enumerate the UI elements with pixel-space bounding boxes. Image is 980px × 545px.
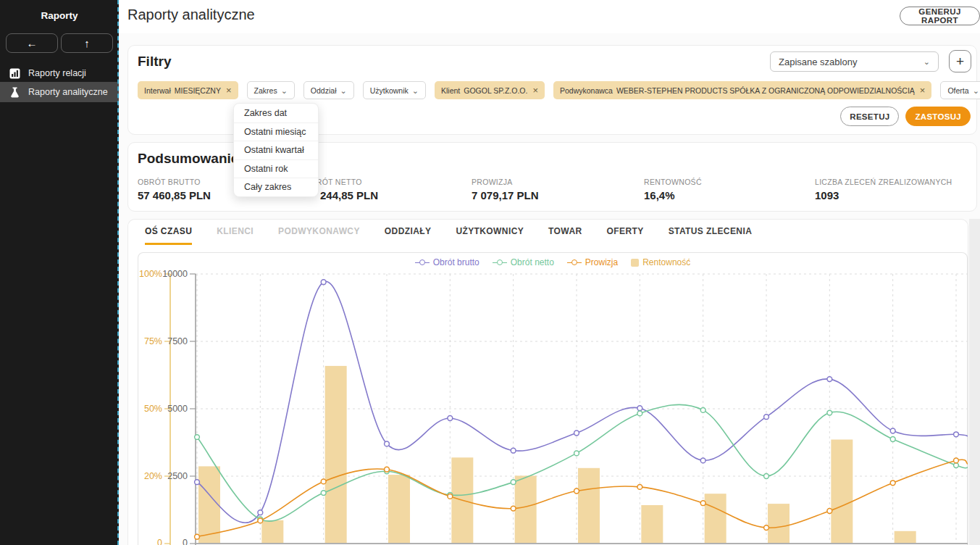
- bar-chart-icon: [9, 68, 20, 79]
- chip-oddzial[interactable]: Oddział ⌄: [303, 81, 354, 99]
- stat-label: RENTOWNOŚĆ: [644, 178, 702, 186]
- line-marker-icon: [567, 259, 582, 266]
- stat-value: 16,4%: [644, 189, 702, 201]
- stat-obrot-brutto: OBRÓT BRUTTO 57 460,85 PLN: [138, 178, 211, 201]
- reset-button[interactable]: RESETUJ: [840, 107, 899, 126]
- sidebar-item-label: Raporty relacji: [28, 68, 86, 78]
- saved-templates-select[interactable]: Zapisane szablony ⌄: [770, 51, 939, 72]
- stat-value: 57 460,85 PLN: [138, 189, 211, 201]
- chevron-down-icon: ⌄: [281, 88, 288, 93]
- close-icon[interactable]: ×: [532, 85, 538, 96]
- menu-item-ostatni-miesiac[interactable]: Ostatni miesiąc: [234, 122, 318, 141]
- chip-value: WEBER-STEPHEN PRODUCTS SPÓŁKA Z OGRANICZ…: [616, 86, 915, 95]
- tab-podwykonawcy[interactable]: PODWYKONAWCY: [278, 226, 360, 245]
- summary-heading: Podsumowanie: [138, 151, 238, 167]
- tab-status-zlecenia[interactable]: STATUS ZLECENIA: [669, 226, 753, 245]
- menu-item-caly-zakres[interactable]: Cały zakres: [234, 178, 318, 196]
- chevron-down-icon: ⌄: [973, 88, 979, 93]
- chip-label: Podwykonawca: [560, 86, 613, 95]
- legend-prowizja[interactable]: Prowizja: [567, 257, 618, 267]
- chip-value: GOGOL SP.Z.O.O.: [464, 86, 527, 95]
- up-button[interactable]: ↑: [61, 33, 113, 53]
- chip-label: Oddział: [311, 86, 337, 95]
- chip-zakres[interactable]: Zakres ⌄: [247, 81, 295, 99]
- apply-button[interactable]: ZASTOSUJ: [905, 107, 971, 126]
- svg-text:20%: 20%: [144, 471, 162, 481]
- stat-value: 1093: [815, 189, 952, 201]
- stat-value: 244,85 PLN: [320, 189, 378, 201]
- sidebar-item-raporty-analityczne[interactable]: Raporty analityczne: [0, 82, 119, 102]
- zakres-dropdown-menu: Zakres dat Ostatni miesiąc Ostatni kwart…: [233, 103, 319, 197]
- arrow-left-icon: ←: [27, 37, 38, 49]
- menu-item-ostatni-kwartal[interactable]: Ostatni kwartał: [234, 141, 318, 159]
- svg-text:0: 0: [157, 538, 162, 545]
- sidebar-title: Raporty: [0, 10, 119, 21]
- chip-label: Oferta: [947, 86, 968, 95]
- tab-os-czasu[interactable]: OŚ CZASU: [145, 226, 192, 245]
- legend-obrot-netto[interactable]: Obrót netto: [493, 257, 554, 267]
- arrow-up-icon: ↑: [84, 37, 90, 49]
- back-button[interactable]: ←: [6, 33, 58, 53]
- menu-item-zakres-dat[interactable]: Zakres dat: [234, 104, 318, 122]
- plus-icon: +: [956, 54, 964, 70]
- chip-label: Użytkownik: [370, 86, 409, 95]
- chevron-down-icon: ⌄: [340, 88, 346, 93]
- legend-label: Obrót brutto: [433, 257, 479, 267]
- tab-towar[interactable]: TOWAR: [548, 226, 582, 245]
- chip-label: Interwał: [144, 86, 171, 95]
- svg-text:2500: 2500: [167, 471, 188, 481]
- tab-uzytkownicy[interactable]: UŻYTKOWNICY: [456, 226, 524, 245]
- chip-interwal[interactable]: Interwał MIESIĘCZNY ×: [138, 81, 238, 99]
- sidebar-item-raporty-relacji[interactable]: Raporty relacji: [0, 64, 119, 83]
- stat-label: LICZBA ZLECEŃ ZREALIZOWANYCH: [815, 178, 952, 186]
- svg-text:7500: 7500: [167, 336, 188, 346]
- stat-label: PROWIZJA: [472, 178, 539, 186]
- chevron-down-icon: ⌄: [412, 88, 419, 93]
- svg-text:75%: 75%: [144, 336, 162, 346]
- svg-text:10000: 10000: [162, 269, 188, 279]
- line-marker-icon: [493, 259, 507, 266]
- chip-value: MIESIĘCZNY: [175, 86, 221, 95]
- chevron-down-icon: ⌄: [924, 59, 930, 65]
- chip-klient[interactable]: Klient GOGOL SP.Z.O.O. ×: [435, 81, 545, 99]
- tab-oddzialy[interactable]: ODDZIAŁY: [385, 226, 432, 245]
- filter-actions: RESETUJ ZASTOSUJ: [862, 107, 971, 126]
- menu-item-ostatni-rok[interactable]: Ostatni rok: [234, 159, 318, 178]
- chip-podwykonawca[interactable]: Podwykonawca WEBER-STEPHEN PRODUCTS SPÓŁ…: [553, 81, 931, 99]
- legend-label: Rentowność: [642, 257, 690, 267]
- chip-oferta[interactable]: Oferta ⌄: [940, 81, 980, 99]
- tab-klienci[interactable]: KLIENCI: [217, 226, 254, 245]
- stat-value: 7 079,17 PLN: [472, 189, 539, 201]
- sidebar-item-label: Raporty analityczne: [28, 87, 108, 97]
- svg-text:50%: 50%: [144, 404, 162, 414]
- svg-text:5000: 5000: [167, 404, 188, 414]
- svg-text:100%: 100%: [139, 269, 162, 279]
- legend-rentownosc[interactable]: Rentowność: [631, 257, 690, 267]
- close-icon[interactable]: ×: [226, 85, 232, 96]
- line-marker-icon: [415, 259, 430, 266]
- stat-rentownosc: RENTOWNOŚĆ 16,4%: [644, 178, 702, 201]
- filter-chips-row: Interwał MIESIĘCZNY × Zakres ⌄ Oddział ⌄…: [138, 81, 971, 99]
- stat-liczba-zlecen: LICZBA ZLECEŃ ZREALIZOWANYCH 1093: [815, 178, 952, 201]
- legend-obrot-brutto[interactable]: Obrót brutto: [415, 257, 479, 267]
- legend-label: Obrót netto: [511, 257, 554, 267]
- stat-label: OBRÓT BRUTTO: [138, 178, 211, 186]
- chip-label: Zakres: [254, 86, 277, 95]
- page-background-strip: [969, 219, 980, 545]
- add-template-button[interactable]: +: [949, 50, 971, 72]
- close-icon[interactable]: ×: [920, 85, 926, 96]
- chart-legend: Obrót brutto Obrót netto Prowizja Rentow…: [138, 257, 968, 267]
- sidebar: Raporty ← ↑ Raporty relacji Raporty anal…: [0, 0, 119, 545]
- generate-report-button[interactable]: GENERUJ RAPORT: [900, 7, 980, 25]
- saved-templates-placeholder: Zapisane szablony: [779, 57, 857, 67]
- flask-icon: [9, 87, 20, 98]
- svg-text:0: 0: [183, 538, 188, 545]
- legend-label: Prowizja: [585, 257, 618, 267]
- timeline-chart[interactable]: 100%1000075%750050%500020%250000: [138, 252, 968, 545]
- stat-prowizja: PROWIZJA 7 079,17 PLN: [472, 178, 539, 201]
- tab-oferty[interactable]: OFERTY: [607, 226, 644, 245]
- chip-uzytkownik[interactable]: Użytkownik ⌄: [363, 81, 426, 99]
- page-title: Raporty analityczne: [127, 7, 255, 23]
- chart-tabs: OŚ CZASU KLIENCI PODWYKONAWCY ODDZIAŁY U…: [145, 226, 752, 245]
- chip-label: Klient: [441, 86, 460, 95]
